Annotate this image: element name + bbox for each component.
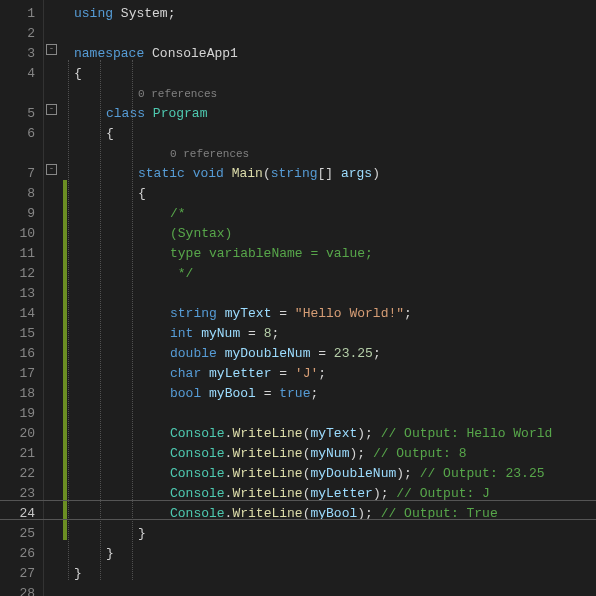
token-mth: WriteLine: [232, 446, 302, 461]
token-p: =: [271, 366, 294, 381]
line-number: 1: [0, 4, 35, 24]
line-number: 11: [0, 244, 35, 264]
code-line[interactable]: {: [74, 64, 596, 84]
token-var: myText: [225, 306, 272, 321]
token-p: [145, 106, 153, 121]
token-p: []: [318, 166, 341, 181]
line-number: 22: [0, 464, 35, 484]
code-line[interactable]: }: [74, 564, 596, 584]
token-p: [185, 166, 193, 181]
code-line[interactable]: class Program: [74, 104, 596, 124]
line-number: 12: [0, 264, 35, 284]
token-mth: WriteLine: [232, 466, 302, 481]
line-number: 19: [0, 404, 35, 424]
token-p: =: [310, 346, 333, 361]
token-p: ;: [404, 306, 412, 321]
line-number: 14: [0, 304, 35, 324]
token-var: myNum: [201, 326, 240, 341]
token-var: myDoubleNum: [225, 346, 311, 361]
code-line[interactable]: /*: [74, 204, 596, 224]
token-str: "Hello World!": [295, 306, 404, 321]
code-line[interactable]: using System;: [74, 4, 596, 24]
codelens-references[interactable]: 0 references: [74, 144, 596, 164]
code-line[interactable]: bool myBool = true;: [74, 384, 596, 404]
line-number: 4: [0, 64, 35, 84]
fold-toggle[interactable]: -: [46, 164, 57, 175]
line-number: 5: [0, 104, 35, 124]
token-kw: string: [170, 306, 217, 321]
token-cls: Console: [170, 446, 225, 461]
token-cmt: */: [170, 266, 193, 281]
code-line[interactable]: (Syntax): [74, 224, 596, 244]
fold-toggle[interactable]: -: [46, 44, 57, 55]
token-p: );: [357, 506, 380, 521]
token-kw: static: [138, 166, 185, 181]
token-var: myDoubleNum: [310, 466, 396, 481]
token-cmt: (Syntax): [170, 226, 232, 241]
token-cls: Program: [153, 106, 208, 121]
token-cls: Console: [170, 506, 225, 521]
token-num: 23.25: [334, 346, 373, 361]
token-p: {: [106, 126, 114, 141]
code-line[interactable]: Console.WriteLine(myText); // Output: He…: [74, 424, 596, 444]
codelens-references[interactable]: 0 references: [74, 84, 596, 104]
token-p: [144, 46, 152, 61]
code-line[interactable]: Console.WriteLine(myBool); // Output: Tr…: [74, 504, 596, 524]
code-line[interactable]: namespace ConsoleApp1: [74, 44, 596, 64]
code-line[interactable]: int myNum = 8;: [74, 324, 596, 344]
token-var: myBool: [310, 506, 357, 521]
token-p: }: [74, 566, 82, 581]
token-mth: WriteLine: [232, 506, 302, 521]
token-p: ;: [373, 346, 381, 361]
token-p: =: [240, 326, 263, 341]
code-line[interactable]: Console.WriteLine(myLetter); // Output: …: [74, 484, 596, 504]
code-editor[interactable]: 1234567891011121314151617181920212223242…: [0, 0, 596, 596]
code-line[interactable]: [74, 584, 596, 596]
code-line[interactable]: char myLetter = 'J';: [74, 364, 596, 384]
line-number: 21: [0, 444, 35, 464]
code-line[interactable]: static void Main(string[] args): [74, 164, 596, 184]
token-p: }: [138, 526, 146, 541]
token-cls: Console: [170, 466, 225, 481]
token-p: [113, 6, 121, 21]
token-cmt: // Output: 8: [373, 446, 467, 461]
line-number: 17: [0, 364, 35, 384]
token-mth: Main: [232, 166, 263, 181]
token-cmt: // Output: J: [396, 486, 490, 501]
token-p: ): [372, 166, 380, 181]
line-number: 2: [0, 24, 35, 44]
token-p: ;: [271, 326, 279, 341]
code-line[interactable]: {: [74, 124, 596, 144]
code-line[interactable]: {: [74, 184, 596, 204]
code-line[interactable]: }: [74, 544, 596, 564]
line-number: 3: [0, 44, 35, 64]
token-kw: string: [271, 166, 318, 181]
line-number: 8: [0, 184, 35, 204]
token-mth: WriteLine: [232, 426, 302, 441]
token-p: ;: [318, 366, 326, 381]
code-line[interactable]: type variableName = value;: [74, 244, 596, 264]
code-line[interactable]: Console.WriteLine(myNum); // Output: 8: [74, 444, 596, 464]
code-line[interactable]: */: [74, 264, 596, 284]
code-line[interactable]: Console.WriteLine(myDoubleNum); // Outpu…: [74, 464, 596, 484]
code-line[interactable]: }: [74, 524, 596, 544]
token-p: );: [357, 426, 380, 441]
fold-column[interactable]: ---: [44, 0, 62, 596]
code-line[interactable]: [74, 404, 596, 424]
fold-toggle[interactable]: -: [46, 104, 57, 115]
indent-guide: [100, 60, 101, 580]
token-p: );: [373, 486, 396, 501]
code-line[interactable]: [74, 24, 596, 44]
token-p: =: [256, 386, 279, 401]
line-number: 13: [0, 284, 35, 304]
line-number: 26: [0, 544, 35, 564]
token-p: [201, 386, 209, 401]
token-p: );: [396, 466, 419, 481]
token-ns: System: [121, 6, 168, 21]
token-kw: true: [279, 386, 310, 401]
token-var: myText: [310, 426, 357, 441]
code-line[interactable]: string myText = "Hello World!";: [74, 304, 596, 324]
code-area[interactable]: using System;namespace ConsoleApp1{0 ref…: [68, 0, 596, 596]
code-line[interactable]: double myDoubleNum = 23.25;: [74, 344, 596, 364]
code-line[interactable]: [74, 284, 596, 304]
